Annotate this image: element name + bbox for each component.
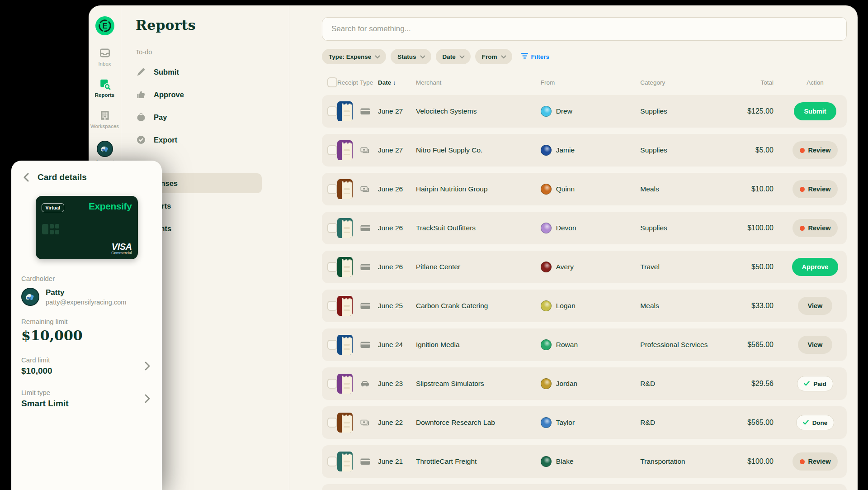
receipt-thumbnail[interactable] (337, 413, 353, 433)
filter-chip-status[interactable]: Status (391, 49, 431, 64)
receipt-thumbnail[interactable] (337, 374, 353, 394)
type-cash-icon (360, 145, 378, 155)
column-header-date[interactable]: Date ↓ (378, 79, 416, 86)
expense-total: $50.00 (719, 263, 774, 271)
expense-category: Meals (640, 302, 719, 310)
row-checkbox[interactable] (327, 457, 337, 466)
approve-button[interactable]: Approve (792, 258, 839, 276)
receipt-thumbnail[interactable] (337, 140, 353, 160)
column-header-from[interactable]: From (541, 79, 641, 86)
todo-item-submit[interactable]: Submit (136, 66, 289, 78)
expense-row-velocitech-systems[interactable]: June 27 Velocitech Systems Drew Supplies… (322, 95, 847, 128)
sidebar-item-inbox[interactable]: Inbox (89, 47, 121, 67)
card-limit-row[interactable]: Card limit $10,000 (21, 356, 152, 376)
avatar (541, 145, 552, 156)
alert-dot-icon (800, 187, 805, 192)
column-header-total[interactable]: Total (719, 79, 774, 86)
receipt-thumbnail[interactable] (337, 179, 353, 199)
limit-type-value: Smart Limit (21, 399, 152, 409)
row-checkbox[interactable] (327, 223, 337, 233)
cardholder-avatar (21, 288, 39, 306)
select-all-checkbox[interactable] (327, 77, 337, 87)
column-header-merchant[interactable]: Merchant (416, 79, 541, 86)
page-title: Reports (136, 17, 289, 33)
submit-button[interactable]: Submit (794, 102, 836, 120)
todo-item-pay[interactable]: Pay (136, 111, 289, 124)
expense-row-tracksuit-outfitters[interactable]: June 26 TrackSuit Outfitters Devon Suppl… (322, 212, 847, 244)
review-button[interactable]: Review (793, 452, 838, 471)
expense-table: June 27 Velocitech Systems Drew Supplies… (322, 95, 847, 490)
expensify-wordmark: Expensify (89, 201, 132, 212)
expense-total: $10.00 (719, 185, 774, 193)
expense-total: $33.00 (719, 302, 774, 310)
row-checkbox[interactable] (327, 106, 337, 116)
row-checkbox[interactable] (327, 262, 337, 272)
row-checkbox[interactable] (327, 379, 337, 389)
todo-item-approve[interactable]: Approve (136, 88, 289, 101)
receipt-thumbnail[interactable] (337, 101, 353, 121)
row-checkbox[interactable] (327, 145, 337, 155)
cardholder-row: Patty patty@expensifyracing.com (21, 288, 152, 306)
expense-total: $29.56 (719, 380, 774, 388)
limit-type-row[interactable]: Limit type Smart Limit (21, 389, 152, 409)
view-button[interactable]: View (798, 336, 833, 354)
expense-category: Supplies (640, 224, 719, 232)
row-checkbox[interactable] (327, 340, 337, 350)
type-cash-icon (360, 184, 378, 194)
remaining-limit-label: Remaining limit (21, 318, 152, 325)
row-checkbox[interactable] (327, 418, 337, 428)
filter-list-icon (521, 52, 528, 61)
expense-row-slipstream-simulators[interactable]: June 23 Slipstream Simulators Jordan R&D… (322, 367, 847, 400)
column-header-receipt[interactable]: Receipt (337, 79, 360, 86)
review-button[interactable]: Review (793, 180, 838, 198)
receipt-thumbnail[interactable] (337, 257, 353, 277)
review-button[interactable]: Review (793, 219, 838, 237)
back-button[interactable] (21, 172, 31, 182)
expense-row-nitro-fuel-supply[interactable]: June 27 Nitro Fuel Supply Co. Jamie Supp… (322, 134, 847, 167)
receipt-thumbnail[interactable] (337, 296, 353, 316)
review-button[interactable]: Review (793, 141, 838, 159)
expense-category: Travel (640, 263, 719, 271)
avatar (541, 106, 552, 117)
search-input[interactable]: Search for something... (322, 17, 847, 41)
type-card-icon (360, 262, 378, 272)
expense-merchant: Velocitech Systems (416, 107, 541, 115)
done-status-pill[interactable]: Done (796, 415, 835, 430)
receipt-thumbnail[interactable] (337, 452, 353, 471)
expense-row-hairpin-nutrition[interactable]: June 26 Hairpin Nutrition Group Quinn Me… (322, 173, 847, 205)
cardholder-email: patty@expensifyracing.com (46, 299, 126, 306)
column-header-type[interactable]: Type (360, 79, 378, 86)
paid-status-pill[interactable]: Paid (797, 376, 833, 391)
avatar (541, 300, 552, 311)
virtual-card-graphic: Virtual Expensify VISA Commercial (36, 196, 138, 259)
sidebar-item-workspaces[interactable]: Workspaces (89, 109, 121, 129)
view-button[interactable]: View (798, 297, 833, 315)
expense-row-throttlecart-freight[interactable]: June 21 ThrottleCart Freight Blake Trans… (322, 445, 847, 478)
expense-date: June 27 (378, 146, 416, 154)
expense-row-partial[interactable] (322, 484, 847, 490)
expense-row-carbon-crank-catering[interactable]: June 25 Carbon Crank Catering Logan Meal… (322, 290, 847, 322)
table-header: Receipt Type Date ↓ Merchant From Catego… (322, 76, 847, 89)
receipt-thumbnail[interactable] (337, 218, 353, 238)
filter-chip-from[interactable]: From (475, 49, 512, 64)
chevron-down-icon (501, 52, 506, 61)
filter-chip-type[interactable]: Type: Expense (322, 49, 386, 64)
sidebar-item-reports[interactable]: Reports (89, 78, 121, 98)
type-card-icon (360, 106, 378, 117)
todo-label-pay: Pay (154, 113, 167, 122)
expense-row-pitlane-center[interactable]: June 26 Pitlane Center Avery Travel $50.… (322, 251, 847, 283)
expensify-logo-icon[interactable]: E (95, 16, 114, 35)
row-checkbox[interactable] (327, 184, 337, 194)
receipt-thumbnail[interactable] (337, 335, 353, 355)
expense-date: June 26 (378, 185, 416, 193)
expense-row-downforce-research-lab[interactable]: June 22 Downforce Research Lab Taylor R&… (322, 406, 847, 439)
expense-date: June 27 (378, 107, 416, 115)
expense-row-ignition-media[interactable]: June 24 Ignition Media Rowan Professiona… (322, 328, 847, 361)
column-header-category[interactable]: Category (640, 79, 719, 86)
screen-background: E Inbox (0, 0, 868, 490)
virtual-badge: Virtual (42, 203, 64, 212)
filters-button[interactable]: Filters (521, 52, 550, 61)
row-checkbox[interactable] (327, 301, 337, 311)
todo-item-export[interactable]: Export (136, 133, 289, 146)
filter-chip-date[interactable]: Date (436, 49, 471, 64)
